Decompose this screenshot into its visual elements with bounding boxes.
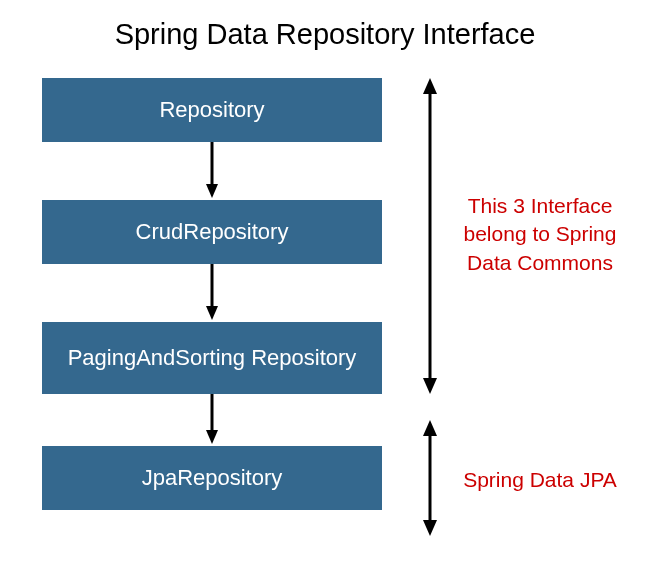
box-repository: Repository	[42, 78, 382, 142]
svg-marker-5	[206, 430, 218, 444]
box-label: JpaRepository	[142, 465, 283, 490]
annotation-spring-data-jpa: Spring Data JPA	[450, 466, 630, 494]
arrow-down-icon	[206, 394, 218, 446]
svg-marker-8	[423, 378, 437, 394]
box-jpa-repository: JpaRepository	[42, 446, 382, 510]
svg-marker-6	[423, 78, 437, 94]
vertical-double-arrow-icon	[420, 78, 440, 394]
box-label: CrudRepository	[136, 219, 289, 244]
annotation-text: This 3 Interface belong to Spring Data C…	[464, 194, 617, 274]
svg-marker-11	[423, 520, 437, 536]
vertical-double-arrow-icon	[420, 420, 440, 536]
annotation-text: Spring Data JPA	[463, 468, 617, 491]
arrow-down-icon	[206, 142, 218, 200]
box-label: Repository	[159, 97, 264, 122]
box-crud-repository: CrudRepository	[42, 200, 382, 264]
diagram-title: Spring Data Repository Interface	[0, 18, 650, 51]
box-paging-sorting-repository: PagingAndSorting Repository	[42, 322, 382, 394]
svg-marker-1	[206, 184, 218, 198]
arrow-down-icon	[206, 264, 218, 322]
svg-marker-3	[206, 306, 218, 320]
diagram-canvas: Spring Data Repository Interface Reposit…	[0, 0, 650, 576]
box-label: PagingAndSorting Repository	[68, 345, 357, 370]
svg-marker-9	[423, 420, 437, 436]
annotation-spring-data-commons: This 3 Interface belong to Spring Data C…	[450, 192, 630, 277]
